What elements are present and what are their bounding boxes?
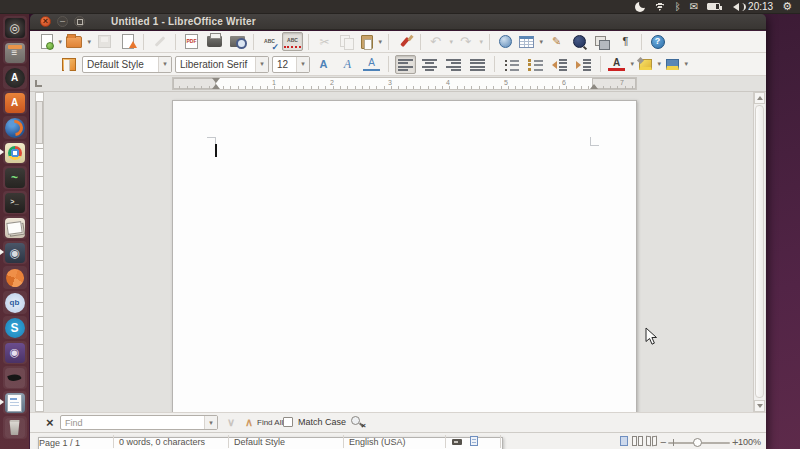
cut-button[interactable]: ✂ [314,32,335,51]
launcher-chrome[interactable] [3,141,27,164]
bold-button[interactable]: A [313,55,334,74]
font-size-select[interactable]: 12 [272,56,310,73]
launcher-photos[interactable] [3,216,27,239]
battery-indicator[interactable] [707,0,720,14]
draw-functions-button[interactable]: ✎ [546,32,567,51]
align-center-button[interactable] [419,55,440,74]
document-page[interactable] [172,100,637,412]
paste-button[interactable] [360,32,383,51]
clock-indicator[interactable]: 20:13 [748,0,773,14]
network-indicator[interactable] [654,0,666,14]
redo-button[interactable]: ↷ [456,32,484,51]
launcher-firefox[interactable] [3,116,27,139]
vertical-scrollbar[interactable] [753,92,765,412]
launcher-videos[interactable]: ◉ [3,241,27,264]
underline-button[interactable]: A [361,55,382,74]
messaging-indicator[interactable]: ✉ [690,0,698,14]
edit-mode-button[interactable] [149,32,170,51]
save-button[interactable] [94,32,115,51]
italic-button[interactable]: A [337,55,358,74]
auto-spellcheck-button[interactable]: ABC [282,32,303,51]
ruler-page-section[interactable]: 1234567 [172,77,637,90]
book-view-icon[interactable] [646,436,657,446]
copy-button[interactable] [337,32,358,51]
launcher-qbittorrent[interactable]: qb [3,291,27,314]
formatting-marks-button[interactable]: ¶ [615,32,636,51]
launcher-orange-app[interactable] [3,266,27,289]
scroll-up-button[interactable] [754,92,765,104]
justify-button[interactable] [467,55,488,74]
align-right-button[interactable] [443,55,464,74]
launcher-trash[interactable] [3,416,27,439]
multi-page-view-icon[interactable] [632,436,643,446]
close-find-bar-button[interactable]: × [46,415,54,430]
clone-formatting-button[interactable] [394,32,415,51]
vertical-ruler[interactable] [35,92,44,412]
titlebar[interactable]: × – Untitled 1 - LibreOffice Writer [30,14,766,30]
bluetooth-indicator[interactable]: ᛒ [675,0,681,14]
launcher-files[interactable]: ≡ [3,41,27,64]
scrollbar-thumb[interactable] [755,105,764,398]
close-button[interactable]: × [40,16,51,27]
zoom-out-button[interactable]: − [660,436,666,448]
spelling-button[interactable]: ABC [259,32,280,51]
launcher-skype[interactable]: S [3,316,27,339]
print-preview-button[interactable] [227,32,248,51]
find-replace-button[interactable] [569,32,590,51]
minimize-button[interactable]: – [57,16,68,27]
help-button[interactable]: ? [647,32,668,51]
export-pdf-button[interactable]: PDF [181,32,202,51]
font-color-button[interactable]: A [607,55,635,74]
undo-button[interactable]: ↶ [426,32,454,51]
font-name-select[interactable]: Liberation Serif [175,56,269,73]
insert-table-button[interactable] [518,32,544,51]
find-previous-button[interactable]: ∧ [245,414,253,430]
find-all-button[interactable]: Find All [257,418,283,427]
print-button[interactable] [204,32,225,51]
tab-stop-selector[interactable] [35,80,42,87]
horizontal-ruler[interactable]: 1234567 [30,76,766,92]
hyperlink-button[interactable] [495,32,516,51]
indent-marker-left[interactable] [212,78,220,83]
paragraph-style-select[interactable]: Default Style [82,56,172,73]
ruler-right-margin[interactable] [592,78,636,89]
scroll-down-button[interactable] [754,400,765,412]
status-language[interactable]: English (USA) [349,437,406,447]
launcher-bird-app[interactable] [3,366,27,389]
selection-mode-icon[interactable] [470,436,478,446]
launcher-system-monitor[interactable]: ~ [3,166,27,189]
document-area[interactable] [30,92,766,412]
styles-sidebar-button[interactable] [58,55,79,74]
paragraph-background-button[interactable] [665,55,689,74]
launcher-owl-app[interactable]: ◉ [3,341,27,364]
navigator-button[interactable] [592,32,613,51]
launcher-app-a-orange[interactable]: A [3,91,27,114]
match-case-label[interactable]: Match Case [298,417,346,427]
zoom-slider-knob[interactable] [693,438,702,447]
align-left-button[interactable] [395,55,416,74]
session-indicator[interactable]: ⚙ [782,0,792,14]
highlighting-button[interactable] [638,55,662,74]
indent-marker-right[interactable] [590,84,598,89]
bullet-list-button[interactable] [501,55,522,74]
find-and-replace-button[interactable]: × [350,415,366,430]
open-button[interactable] [65,32,92,51]
find-input[interactable] [61,416,204,429]
launcher-libreoffice-writer[interactable] [3,391,27,414]
chevron-down-icon[interactable] [296,57,309,72]
maximize-button[interactable] [74,16,85,27]
find-next-button[interactable]: ∨ [227,414,235,430]
email-document-button[interactable] [117,32,138,51]
ruler-left-margin[interactable] [173,78,216,89]
numbered-list-button[interactable] [525,55,546,74]
zoom-percentage[interactable]: 100% [738,437,761,447]
insert-mode-icon[interactable] [452,439,462,445]
increase-indent-button[interactable] [573,55,594,74]
chevron-down-icon[interactable] [204,416,217,429]
launcher-dash[interactable]: ◎ [3,16,27,39]
notifications-indicator[interactable] [635,0,645,14]
status-word-count[interactable]: 0 words, 0 characters [119,437,205,447]
decrease-indent-button[interactable] [549,55,570,74]
chevron-down-icon[interactable] [158,57,171,72]
launcher-terminal[interactable]: >_ [3,191,27,214]
